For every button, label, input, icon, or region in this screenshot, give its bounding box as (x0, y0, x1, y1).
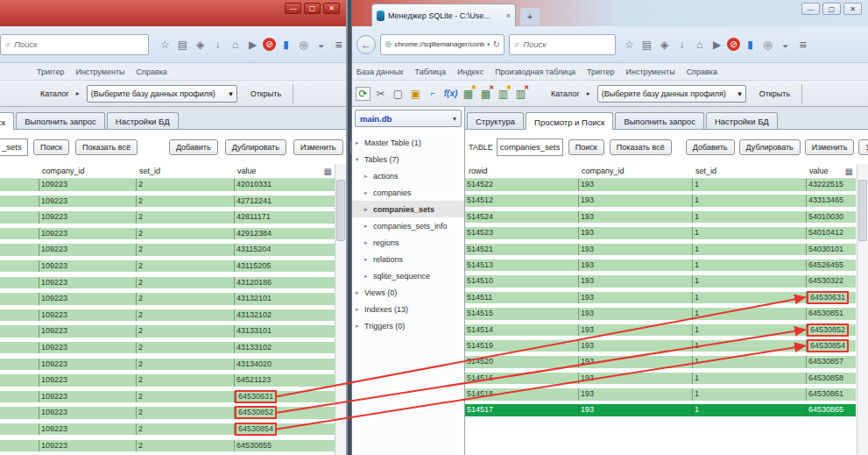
adblock-icon[interactable]: ⊘ (727, 38, 740, 51)
tree-item-sqlite-sequence[interactable]: ▸ sqlite_sequence (352, 267, 464, 284)
table-row[interactable]: 514511 193 1 64530631 (465, 292, 856, 304)
action-button[interactable]: Удалить (858, 139, 868, 155)
tree-item-companies-sets[interactable]: ▸ companies_sets (352, 201, 464, 217)
tree-item-triggers[interactable]: ▸ Triggers (0) (352, 317, 464, 334)
table-row[interactable]: 109223 2 43132101 (0, 293, 335, 305)
table-row[interactable]: 514520 193 1 64530857 (465, 356, 856, 368)
url-text[interactable]: chrome://sqlitemanager/content/sql (394, 40, 484, 48)
action-button[interactable]: Добавить (686, 139, 735, 155)
minimize-button[interactable]: — (285, 3, 301, 14)
column-header-company-id[interactable]: company_id (39, 167, 136, 175)
menu-icon[interactable]: ≡ (795, 37, 810, 52)
open-db-icon[interactable]: ▣ (408, 87, 423, 101)
shield-icon[interactable]: ◈ (193, 37, 208, 52)
expander-icon[interactable]: ▸ (364, 189, 370, 196)
show-all-button[interactable]: Показать всё (610, 139, 672, 155)
home-icon[interactable]: ⌂ (692, 37, 707, 52)
tree-item-views[interactable]: ▸ Views (0) (352, 284, 464, 301)
shield-icon[interactable]: ◈ (657, 37, 672, 52)
delete-record-icon[interactable]: ▥ (513, 87, 528, 101)
table-row[interactable]: 109223 2 42811171 (0, 211, 335, 224)
bookmark-star-icon[interactable]: ☆ (622, 37, 637, 52)
profile-db-dropdown[interactable]: (Выберите базу данных профиля) ▾ (597, 85, 746, 103)
action-button[interactable]: Дублировать (225, 139, 286, 155)
table-row[interactable]: 109223 2 42712241 (0, 196, 335, 208)
clipboard-icon[interactable]: ▤ (639, 37, 654, 52)
table-row[interactable]: 109223 2 64521123 (0, 374, 335, 387)
tab[interactable]: Настройки БД (107, 112, 179, 129)
chat-icon[interactable]: ◒ (314, 37, 328, 52)
extension-icon[interactable]: ▮ (279, 37, 293, 52)
table-row[interactable]: 514521 193 1 54030101 (465, 244, 856, 256)
open-button[interactable]: Открыть (244, 87, 287, 101)
tab[interactable]: Просмотр и Поиск (526, 112, 613, 130)
grid-corner-icon[interactable]: ▦ (324, 167, 335, 176)
table-row[interactable]: 514510 193 1 64530322 (465, 275, 856, 288)
catalog-label[interactable]: Каталог (40, 89, 69, 98)
new-tab-button[interactable]: + (520, 8, 540, 25)
url-bar[interactable]: ⊕ chrome://sqlitemanager/content/sql ▾ ↻ (380, 34, 505, 55)
column-header-company-id[interactable]: company_id (578, 167, 692, 175)
search-button[interactable]: Поиск (568, 139, 604, 155)
reload-icon[interactable]: ↻ (493, 39, 500, 49)
tab[interactable]: Структура (467, 112, 524, 129)
maximize-button[interactable]: ▢ (822, 3, 841, 15)
extension-icon[interactable]: ▮ (743, 37, 758, 52)
action-button[interactable]: Добавить (169, 139, 218, 155)
menu-icon[interactable]: ≡ (331, 37, 346, 52)
table-row[interactable]: 109223 2 43133102 (0, 342, 335, 354)
close-button[interactable]: ✕ (843, 3, 862, 15)
chat-icon[interactable]: ◒ (778, 37, 793, 52)
table-row[interactable]: 109223 2 43115204 (0, 244, 335, 256)
menu-item[interactable]: Производная таблица (495, 68, 575, 76)
expander-icon[interactable]: ▸ (356, 306, 362, 313)
table-row[interactable]: 514514 193 1 64530852 (465, 324, 856, 337)
column-header-value[interactable]: value (806, 167, 845, 175)
table-row[interactable]: 514516 193 1 64530858 (465, 373, 856, 385)
expander-icon[interactable]: ▸ (364, 239, 370, 246)
catalog-label[interactable]: Каталог (551, 89, 580, 98)
tree-item-companies[interactable]: ▸ companies (352, 184, 464, 201)
tab[interactable]: Выполнить запрос (615, 112, 704, 129)
new-db-icon[interactable]: ▢ (391, 87, 406, 101)
tools-icon[interactable]: ✂ (373, 87, 388, 101)
tree-item-relations[interactable]: ▸ relations (352, 251, 464, 267)
download-icon[interactable]: ↓ (210, 37, 225, 52)
tree-item-actions[interactable]: ▸ actions (352, 167, 464, 184)
refresh-icon[interactable]: ⟳ (356, 87, 370, 101)
column-header-value[interactable]: value (234, 167, 324, 175)
table-row[interactable]: 109223 2 43120186 (0, 277, 335, 289)
menu-item[interactable]: Справка (687, 68, 717, 76)
right-grid-scrollbar[interactable] (857, 164, 868, 455)
table-name-input[interactable] (0, 139, 28, 156)
menu-item[interactable]: База данных (356, 68, 404, 76)
open-button[interactable]: Открыть (753, 87, 796, 101)
menu-item[interactable]: Триггер (587, 68, 614, 76)
adblock-icon[interactable]: ⊘ (263, 38, 276, 51)
maximize-button[interactable]: ▢ (304, 3, 321, 14)
send-icon[interactable]: ▶ (245, 37, 260, 52)
tree-item-tables[interactable]: ▾ Tables (7) (352, 151, 464, 167)
table-row[interactable]: 109223 2 64530855 (0, 440, 335, 452)
table-row[interactable]: 514515 193 1 64530851 (465, 308, 856, 320)
expander-icon[interactable]: ▸ (356, 323, 362, 330)
tab[interactable]: Выполнить запрос (16, 112, 105, 129)
new-table-icon[interactable]: ▦ (461, 87, 476, 101)
menu-item[interactable]: Инструменты (626, 68, 675, 76)
table-row[interactable]: 109223 2 43115205 (0, 260, 335, 273)
back-button[interactable]: ← (356, 35, 376, 54)
table-row[interactable]: 109223 2 64530631 (0, 391, 335, 403)
search-input[interactable]: ⌕ (509, 34, 616, 55)
expander-icon[interactable]: ▸ (364, 256, 370, 263)
column-header-rowid[interactable]: rowid (465, 167, 578, 175)
table-row[interactable]: 109223 2 64530854 (0, 423, 335, 436)
search-field[interactable] (14, 39, 144, 49)
tab[interactable]: и Поиск (0, 112, 14, 130)
profile-db-dropdown[interactable]: (Выберите базу данных профиля) ▾ (87, 85, 237, 103)
action-button[interactable]: Изменить (805, 139, 855, 155)
expander-icon[interactable]: ▸ (364, 173, 370, 180)
table-row[interactable]: 109223 2 64530852 (0, 407, 335, 419)
database-select[interactable]: main.db ▾ (355, 110, 462, 127)
table-row[interactable]: 514519 193 1 64530854 (465, 340, 856, 352)
menu-item[interactable]: Инструменты (75, 68, 124, 76)
